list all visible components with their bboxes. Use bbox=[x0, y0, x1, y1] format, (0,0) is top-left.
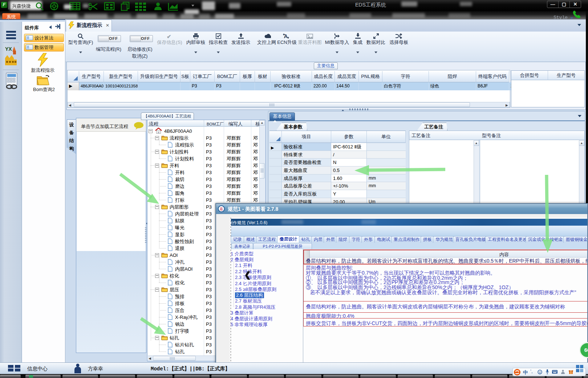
svg-text:YX: YX bbox=[5, 46, 12, 52]
